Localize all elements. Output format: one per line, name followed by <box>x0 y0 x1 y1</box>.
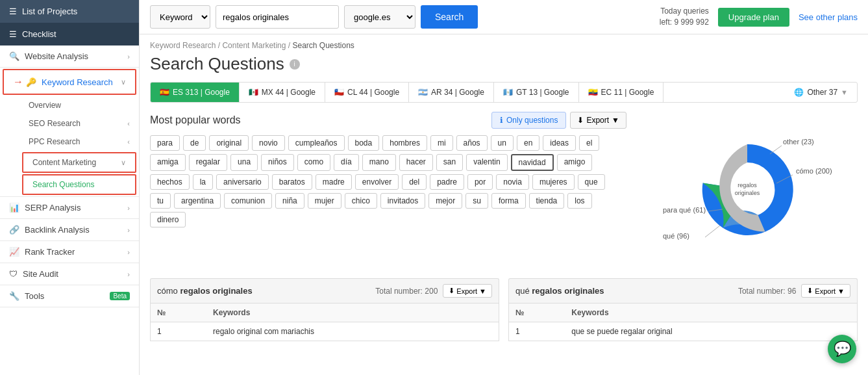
queries-left: left: 9 999 992 <box>660 17 709 28</box>
sidebar-item-list-of-projects[interactable]: ☰ List of Projects <box>0 0 139 23</box>
tab-ar[interactable]: 🇦🇷 AR 34 | Google <box>409 83 494 102</box>
word-tag[interactable]: novio <box>252 135 285 151</box>
word-tag[interactable]: novia <box>496 174 529 190</box>
sidebar-item-search-questions[interactable]: Search Questions <box>22 174 136 195</box>
word-tag[interactable]: invitados <box>380 193 425 209</box>
word-tag[interactable]: su <box>465 193 488 209</box>
filter-buttons: ℹ Only questions ⬇ Export ▼ <box>491 112 626 129</box>
word-tag[interactable]: hacer <box>399 154 433 171</box>
word-tag[interactable]: para <box>150 135 180 151</box>
search-type-select[interactable]: Keyword Domain URL <box>150 5 210 29</box>
word-tag[interactable]: por <box>467 174 493 190</box>
tab-gt[interactable]: 🇬🇹 GT 13 | Google <box>494 83 579 102</box>
table-como-keyword-prefix: cómo <box>157 286 180 296</box>
word-tag[interactable]: hechos <box>150 174 190 190</box>
words-export-button[interactable]: ⬇ Export ▼ <box>570 112 626 129</box>
sidebar-item-keyword-research[interactable]: → 🔑 Keyword Research ∨ <box>3 69 136 95</box>
sidebar-item-content-marketing[interactable]: Content Marketing ∨ <box>22 152 136 173</box>
word-tag[interactable]: niños <box>261 154 294 171</box>
tab-label-ec: EC 11 | Google <box>601 88 654 97</box>
word-tag[interactable]: madre <box>316 174 352 190</box>
sidebar-item-website-analysis[interactable]: 🔍 Website Analysis › <box>0 45 139 67</box>
breadcrumb-keyword[interactable]: Keyword Research <box>150 41 216 50</box>
search-engine-select[interactable]: google.es google.com google.mx <box>344 5 415 29</box>
word-tag[interactable]: cumpleaños <box>288 135 345 151</box>
tab-ec[interactable]: 🇪🇨 EC 11 | Google <box>579 83 664 102</box>
rank-icon: 📈 <box>9 247 19 257</box>
word-tag[interactable]: tu <box>150 193 171 209</box>
word-tag[interactable]: de <box>183 135 206 151</box>
word-tag[interactable]: mejor <box>428 193 462 209</box>
word-tag[interactable]: amigo <box>557 154 593 171</box>
word-tag[interactable]: la <box>193 174 213 190</box>
sidebar-label-audit: Site Audit <box>23 269 58 279</box>
sidebar-item-seo-research[interactable]: SEO Research ‹ <box>19 114 139 133</box>
sidebar-item-tools[interactable]: 🔧 Tools Beta <box>0 285 139 307</box>
word-tag[interactable]: san <box>436 154 463 171</box>
sidebar-sub-keyword: Overview SEO Research ‹ PPC Research ‹ C… <box>0 96 139 195</box>
word-tag[interactable]: años <box>456 135 488 151</box>
tab-cl[interactable]: 🇨🇱 CL 44 | Google <box>325 83 409 102</box>
upgrade-button[interactable]: Upgrade plan <box>718 8 789 27</box>
word-tag[interactable]: que <box>578 174 605 190</box>
word-tag[interactable]: el <box>579 135 599 151</box>
word-tag[interactable]: como <box>297 154 330 171</box>
search-button[interactable]: Search <box>421 5 478 29</box>
search-input[interactable] <box>216 5 339 29</box>
word-tag[interactable]: original <box>209 135 249 151</box>
word-tag[interactable]: mujer <box>308 193 341 209</box>
word-tag[interactable]: chico <box>345 193 377 209</box>
sidebar-item-serp[interactable]: 📊 SERP Analysis › <box>0 197 139 218</box>
word-tag[interactable]: dinero <box>150 212 186 227</box>
chat-button[interactable]: 💬 <box>828 335 856 363</box>
word-tag[interactable]: día <box>334 154 359 171</box>
breadcrumb-content[interactable]: Content Marketing <box>222 41 286 50</box>
table-como-export-btn[interactable]: ⬇ Export ▼ <box>443 284 492 298</box>
word-tag[interactable]: del <box>402 174 427 190</box>
word-tag[interactable]: hombres <box>382 135 427 151</box>
table-que-export-btn[interactable]: ⬇ Export ▼ <box>801 284 850 298</box>
info-icon[interactable]: i <box>290 59 300 70</box>
svg-line-9 <box>770 146 782 154</box>
word-tag[interactable]: padre <box>430 174 464 190</box>
word-tag[interactable]: un <box>491 135 514 151</box>
total-label-que: Total number: 96 <box>738 287 796 296</box>
sidebar-top: ☰ List of Projects ☰ Checklist <box>0 0 139 45</box>
tab-mx[interactable]: 🇲🇽 MX 44 | Google <box>240 83 325 102</box>
sidebar-section-website: 🔍 Website Analysis › <box>0 45 139 68</box>
sidebar-item-backlink[interactable]: 🔗 Backlink Analysis › <box>0 219 139 240</box>
word-tag[interactable]: valentin <box>466 154 507 171</box>
chevron-right-icon-ppc: ‹ <box>127 138 130 146</box>
word-tag[interactable]: aniversario <box>216 174 269 190</box>
other-plans-link[interactable]: See other plans <box>799 12 858 22</box>
word-tag[interactable]: mi <box>430 135 453 151</box>
word-tag[interactable]: argentina <box>174 193 221 209</box>
sidebar-item-rank[interactable]: 📈 Rank Tracker › <box>0 241 139 263</box>
tab-other[interactable]: 🌐 Other 37 ▼ <box>785 83 857 102</box>
sidebar-item-overview[interactable]: Overview <box>19 96 139 114</box>
word-tag[interactable]: tienda <box>529 193 565 209</box>
only-questions-button[interactable]: ℹ Only questions <box>491 112 566 129</box>
word-tag[interactable]: comunion <box>224 193 272 209</box>
word-tag[interactable]: mujeres <box>532 174 575 190</box>
word-tag[interactable]: ideas <box>543 135 576 151</box>
word-tag[interactable]: en <box>517 135 539 151</box>
chat-icon: 💬 <box>834 341 851 357</box>
sidebar-label-website: Website Analysis <box>25 51 88 61</box>
word-tag[interactable]: los <box>567 193 591 209</box>
sidebar-item-site-audit[interactable]: 🛡 Site Audit › <box>0 263 139 285</box>
word-tag[interactable]: amiga <box>150 154 186 171</box>
word-tag[interactable]: niña <box>275 193 304 209</box>
word-tag[interactable]: forma <box>491 193 526 209</box>
word-tag[interactable]: mano <box>362 154 396 171</box>
word-tag[interactable]: envolver <box>355 174 399 190</box>
sidebar-item-checklist[interactable]: ☰ Checklist <box>0 23 139 45</box>
word-tag[interactable]: boda <box>348 135 380 151</box>
tab-es[interactable]: 🇪🇸 ES 313 | Google <box>151 83 240 102</box>
sidebar-item-ppc-research[interactable]: PPC Research ‹ <box>19 133 139 151</box>
sidebar-label-tools: Tools <box>25 291 44 301</box>
word-tag[interactable]: regalar <box>189 154 227 171</box>
word-tag[interactable]: una <box>230 154 258 171</box>
word-tag[interactable]: navidad <box>511 154 554 171</box>
word-tag[interactable]: baratos <box>272 174 312 190</box>
